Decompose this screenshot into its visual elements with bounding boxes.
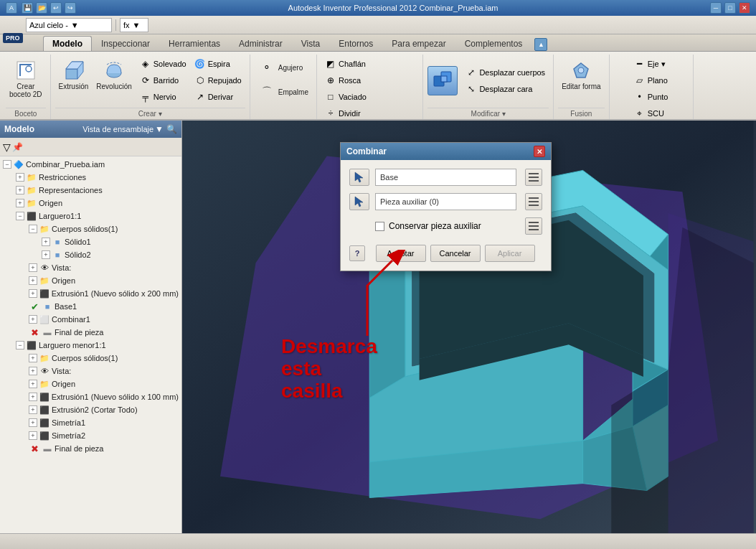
tab-administrar[interactable]: Administrar bbox=[230, 36, 292, 51]
dialog-apply-btn[interactable]: Aplicar bbox=[485, 245, 535, 262]
tree-item-cuerpos-solidos1[interactable]: − 📁 Cuerpos sólidos(1) bbox=[0, 222, 181, 235]
dialog-aux-icon-btn[interactable] bbox=[525, 193, 542, 210]
tab-modelo[interactable]: Modelo bbox=[43, 36, 92, 51]
tree-item-vista1[interactable]: + 👁 Vista: bbox=[0, 261, 181, 274]
save-icon[interactable]: 💾 bbox=[22, 2, 33, 14]
minimize-btn[interactable]: ─ bbox=[710, 2, 722, 14]
open-icon[interactable]: 📂 bbox=[36, 2, 47, 14]
dialog-preserve-checkbox[interactable] bbox=[375, 222, 384, 231]
expand-restricciones[interactable]: + bbox=[16, 173, 24, 182]
expand-simetria2[interactable]: + bbox=[29, 431, 37, 440]
expand-cuerpos1[interactable]: − bbox=[29, 225, 37, 233]
expand-simetria1[interactable]: + bbox=[29, 418, 37, 427]
expand-extrusion1[interactable]: + bbox=[29, 289, 37, 298]
btn-solevado[interactable]: ◈Solevado bbox=[136, 56, 190, 72]
expand-representaciones[interactable]: + bbox=[16, 186, 24, 194]
expand-larguero1[interactable]: − bbox=[16, 212, 24, 220]
tree-item-cuerpos-solidos2[interactable]: + 📁 Cuerpos sólidos(1) bbox=[0, 352, 181, 365]
tab-vista[interactable]: Vista bbox=[292, 36, 329, 51]
tree-item-extrusion1b[interactable]: + ⬛ Extrusión1 (Nuevo sólido x 100 mm) bbox=[0, 390, 181, 403]
expand-vista2[interactable]: + bbox=[29, 367, 37, 375]
btn-nervio[interactable]: ╤Nervio bbox=[136, 89, 190, 105]
btn-barrido[interactable]: ⟳Barrido bbox=[136, 72, 190, 88]
btn-desplazar-cara[interactable]: ⤡Desplazar cara bbox=[462, 81, 549, 97]
btn-espira[interactable]: 🌀Espira bbox=[191, 56, 245, 72]
expand-vista1[interactable]: + bbox=[29, 263, 37, 272]
expand-extrusion2[interactable]: + bbox=[29, 405, 37, 414]
tree-item-combinar-prueba[interactable]: − 🔷 Combinar_Prueba.iam bbox=[0, 158, 181, 171]
expand-cuerpos2[interactable]: + bbox=[29, 354, 37, 362]
tree-item-solido1[interactable]: + ■ Sólido1 bbox=[0, 235, 181, 248]
tab-herramientas[interactable]: Herramientas bbox=[159, 36, 230, 51]
tree-item-vista2[interactable]: + 👁 Vista: bbox=[0, 365, 181, 377]
tree-item-final-pieza2[interactable]: ✖ ▬ Final de pieza bbox=[0, 442, 181, 455]
btn-empalme[interactable]: ⌒ Empalme bbox=[255, 80, 312, 103]
expand-combinar-prueba[interactable]: − bbox=[3, 160, 11, 169]
formula-dropdown[interactable]: fx ▼ bbox=[120, 18, 148, 32]
tab-entornos[interactable]: Entornos bbox=[329, 36, 382, 51]
dialog-base-picker-btn[interactable] bbox=[349, 169, 369, 186]
expand-combinar1[interactable]: + bbox=[29, 315, 37, 324]
btn-rosca[interactable]: ⊕Rosca bbox=[321, 72, 418, 88]
btn-combinar[interactable] bbox=[427, 66, 458, 95]
toolbar-icon-1[interactable]: 📌 bbox=[12, 142, 23, 152]
expand-origen[interactable]: + bbox=[16, 199, 24, 207]
btn-chaflan[interactable]: ◩Chaflán bbox=[321, 56, 418, 72]
dialog-base-field[interactable]: Base bbox=[375, 169, 516, 186]
dialog-cancel-btn[interactable]: Cancelar bbox=[430, 245, 481, 262]
btn-agujero[interactable]: ⚬ Agujero bbox=[255, 56, 306, 79]
dialog-preserve-icon-btn[interactable] bbox=[525, 217, 542, 235]
sidebar-search-btn[interactable]: 🔍 bbox=[166, 124, 177, 134]
dialog-base-icon-btn[interactable] bbox=[525, 169, 542, 186]
tree-item-combinar1[interactable]: + ⬜ Combinar1 bbox=[0, 313, 181, 326]
ribbon-toggle[interactable]: ▲ bbox=[534, 38, 547, 51]
btn-eje[interactable]: ━Eje ▾ bbox=[630, 56, 672, 72]
close-btn[interactable]: ✕ bbox=[739, 2, 750, 14]
undo-icon[interactable]: ↩ bbox=[50, 2, 62, 14]
tree-item-extrusion2[interactable]: + ⬛ Extrusión2 (Cortar Todo) bbox=[0, 403, 181, 416]
tree-item-origen[interactable]: + 📁 Origen bbox=[0, 197, 181, 210]
btn-revolucion[interactable]: Revolución bbox=[93, 56, 135, 93]
viewport[interactable]: Combinar ✕ Base bbox=[182, 121, 756, 533]
dialog-help-btn[interactable]: ? bbox=[349, 245, 365, 261]
tree-item-base1[interactable]: ✔ ■ Base1 bbox=[0, 300, 181, 313]
tree-item-restricciones[interactable]: + 📁 Restricciones bbox=[0, 171, 181, 184]
btn-dividir[interactable]: ÷Dividir bbox=[321, 105, 418, 121]
tree-item-larguero1[interactable]: − ⬛ Larguero1:1 bbox=[0, 210, 181, 222]
tree-item-solido2[interactable]: + ■ Sólido2 bbox=[0, 248, 181, 261]
btn-repujado[interactable]: ⬡Repujado bbox=[191, 72, 245, 88]
tab-complementos[interactable]: Complementos bbox=[455, 36, 532, 51]
expand-solido2[interactable]: + bbox=[42, 250, 50, 259]
btn-editar-forma[interactable]: Editar forma bbox=[558, 56, 604, 93]
tree-item-final-pieza1[interactable]: ✖ ▬ Final de pieza bbox=[0, 326, 181, 339]
tab-inspeccionar[interactable]: Inspeccionar bbox=[92, 36, 159, 51]
expand-origen3[interactable]: + bbox=[29, 380, 37, 388]
dialog-close-btn[interactable]: ✕ bbox=[534, 146, 545, 157]
btn-extrusion[interactable]: Extrusión bbox=[55, 56, 93, 93]
filter-icon[interactable]: ▽ bbox=[3, 141, 11, 153]
dialog-aux-picker-btn[interactable] bbox=[349, 193, 369, 210]
btn-desplazar-cuerpos[interactable]: ⤢Desplazar cuerpos bbox=[462, 65, 549, 80]
tree-item-simetria1[interactable]: + ⬛ Simetría1 bbox=[0, 416, 181, 429]
btn-derivar[interactable]: ↗Derivar bbox=[191, 89, 245, 105]
btn-crear-boceto[interactable]: Crear boceto 2D bbox=[6, 56, 46, 101]
redo-icon[interactable]: ↪ bbox=[65, 2, 76, 14]
btn-plano[interactable]: ▱Plano bbox=[630, 72, 672, 88]
maximize-btn[interactable]: □ bbox=[724, 2, 736, 14]
tree-item-representaciones[interactable]: + 📁 Representaciones bbox=[0, 184, 181, 197]
tree-item-origen3[interactable]: + 📁 Origen bbox=[0, 377, 181, 390]
tree-item-origen2[interactable]: + 📁 Origen bbox=[0, 274, 181, 287]
expand-larguero-menor[interactable]: − bbox=[16, 341, 24, 349]
tab-para-empezar[interactable]: Para empezar bbox=[382, 36, 455, 51]
btn-scu[interactable]: ⌖SCU bbox=[630, 105, 672, 121]
sky-dropdown[interactable]: Azul cielo - ▼ bbox=[26, 18, 112, 32]
tree-item-extrusion1[interactable]: + ⬛ Extrusión1 (Nuevo sólido x 200 mm) bbox=[0, 287, 181, 300]
sidebar-dropdown[interactable]: Vista de ensamblaje ▼ bbox=[82, 124, 164, 134]
dialog-accept-btn[interactable]: Aceptar bbox=[376, 245, 426, 262]
tree-item-larguero-menor[interactable]: − ⬛ Larguero menor1:1 bbox=[0, 339, 181, 352]
dialog-auxiliary-field[interactable]: Pieza auxiliar (0) bbox=[375, 193, 516, 210]
btn-vaciado[interactable]: □Vaciado bbox=[321, 89, 418, 105]
expand-extrusion1b[interactable]: + bbox=[29, 393, 37, 401]
tree-item-simetria2[interactable]: + ⬛ Simetría2 bbox=[0, 429, 181, 442]
btn-punto[interactable]: •Punto bbox=[630, 89, 672, 105]
